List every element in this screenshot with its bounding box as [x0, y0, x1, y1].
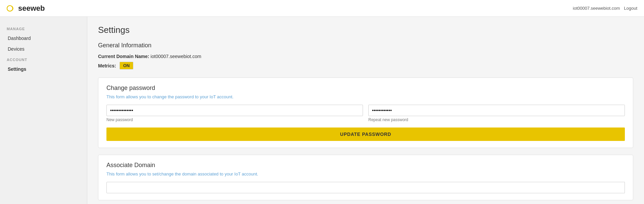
- change-password-description: This form allows you to change the passw…: [106, 94, 625, 99]
- new-password-label: New password: [106, 117, 363, 122]
- logout-link[interactable]: Logout: [624, 6, 637, 11]
- repeat-password-input[interactable]: [368, 105, 625, 116]
- sidebar-account-label: ACCOUNT: [0, 54, 87, 64]
- current-domain-label: Current Domain Name:: [98, 54, 150, 59]
- password-fields-row: New password Repeat new password: [106, 105, 625, 122]
- brand-name: seeweb: [18, 4, 45, 13]
- metrics-label: Metrics:: [98, 63, 116, 68]
- associate-domain-title: Associate Domain: [106, 162, 625, 169]
- sidebar-item-devices[interactable]: Devices: [0, 44, 87, 54]
- current-domain-value: iot00007.seewebiot.com: [150, 54, 201, 59]
- layout: MANAGE Dashboard Devices ACCOUNT Setting…: [0, 17, 644, 204]
- associate-domain-card: Associate Domain This form allows you to…: [98, 155, 633, 200]
- update-password-button[interactable]: UPDATE PASSWORD: [106, 128, 625, 141]
- change-password-card: Change password This form allows you to …: [98, 78, 633, 148]
- sidebar-item-settings[interactable]: Settings: [0, 64, 87, 74]
- new-password-input[interactable]: [106, 105, 363, 116]
- associate-domain-input[interactable]: [106, 182, 625, 193]
- associate-domain-input-row: [106, 182, 625, 193]
- page-title: Settings: [98, 25, 633, 35]
- main-content: Settings General Information Current Dom…: [87, 17, 644, 204]
- seeweb-logo-icon: [7, 4, 16, 13]
- current-domain-row: Current Domain Name: iot00007.seewebiot.…: [98, 54, 633, 59]
- general-info-heading: General Information: [98, 42, 633, 49]
- user-email: iot00007.seewebiot.com: [573, 6, 620, 11]
- sidebar-manage-label: MANAGE: [0, 23, 87, 33]
- new-password-group: New password: [106, 105, 363, 122]
- sidebar-item-dashboard[interactable]: Dashboard: [0, 33, 87, 44]
- metrics-toggle-button[interactable]: ON: [120, 62, 134, 69]
- associate-domain-description: This form allows you to set/change the d…: [106, 171, 625, 176]
- change-password-title: Change password: [106, 85, 625, 92]
- metrics-row: Metrics: ON: [98, 62, 633, 69]
- sidebar: MANAGE Dashboard Devices ACCOUNT Setting…: [0, 17, 87, 204]
- repeat-password-group: Repeat new password: [368, 105, 625, 122]
- brand-logo: seeweb: [7, 4, 45, 13]
- navbar-right: iot00007.seewebiot.com Logout: [573, 6, 637, 11]
- repeat-password-label: Repeat new password: [368, 117, 625, 122]
- navbar: seeweb iot00007.seewebiot.com Logout: [0, 0, 644, 17]
